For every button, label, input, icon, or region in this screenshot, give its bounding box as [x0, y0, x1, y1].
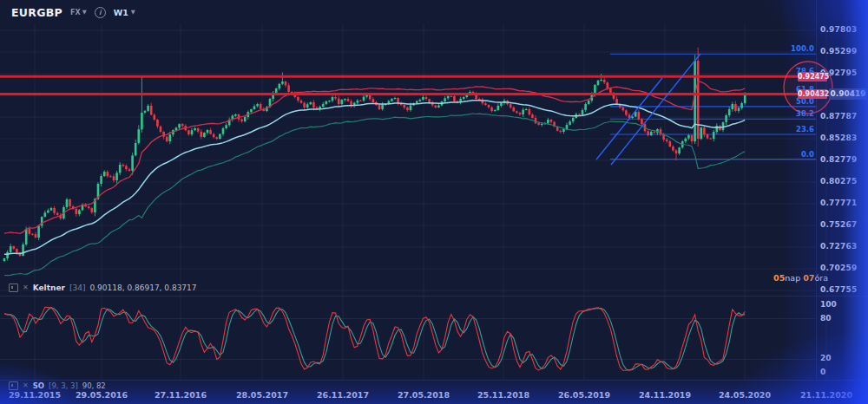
indicator-settings-icon[interactable] [9, 381, 18, 390]
stoch-axis-label[interactable]: 100 [820, 300, 837, 309]
info-icon[interactable]: i [95, 7, 106, 18]
date-axis-label[interactable]: 27.11.2016 [146, 390, 215, 400]
date-axis-label[interactable]: 27.05.2018 [389, 390, 458, 400]
price-alert-badge[interactable]: 0.92475 [798, 72, 827, 81]
date-axis-label[interactable]: 25.11.2018 [469, 390, 538, 400]
countdown-days-unit: nap [785, 273, 800, 283]
stoch-axis-label[interactable]: 80 [820, 314, 832, 323]
price-axis-label[interactable]: 0.67755 [820, 285, 857, 294]
trading-chart-app: EURGBP FX ▼ i W1 ▼ ✕ Keltner [34] 0.9011… [0, 0, 868, 404]
indicator-params: [9, 3, 3] [49, 381, 78, 390]
price-axis-label[interactable]: 0.75267 [820, 220, 857, 229]
indicator-name[interactable]: Keltner [33, 283, 65, 292]
fib-level-label: 0.0 [757, 150, 814, 159]
date-axis-label[interactable]: 28.05.2017 [227, 390, 297, 400]
current-price-tag: 0.90419 [829, 88, 867, 100]
price-axis-label[interactable]: 0.82779 [820, 155, 857, 164]
chart-header: EURGBP FX ▼ i W1 ▼ [11, 6, 135, 19]
price-axis-label[interactable]: 0.97803 [820, 25, 857, 34]
date-axis-label[interactable]: 21.11.2020 [792, 390, 861, 400]
fib-level-label: 38.2 [757, 109, 814, 118]
indicator-close-icon[interactable]: ✕ [23, 382, 29, 389]
indicator-close-icon[interactable]: ✕ [23, 284, 29, 291]
stoch-axis-label[interactable]: 20 [820, 354, 832, 362]
indicator-values: 90, 82 [82, 381, 106, 390]
price-axis-label[interactable]: 0.77771 [820, 199, 857, 207]
symbol-title[interactable]: EURGBP [11, 6, 62, 19]
keltner-lower-band [4, 114, 745, 276]
indicator-values: 0.90118, 0.86917, 0.83717 [89, 283, 196, 292]
stoch-axis-label[interactable]: 0 [820, 368, 825, 376]
price-axis-label[interactable]: 0.80275 [820, 177, 857, 186]
countdown-days: 05 [773, 273, 785, 283]
fib-level-label: 23.6 [757, 125, 814, 134]
timeframe-label: W1 [114, 8, 128, 17]
chevron-down-icon: ▼ [131, 10, 135, 16]
market-label: FX [70, 9, 81, 16]
date-axis-label[interactable]: 29.05.2016 [67, 390, 136, 400]
date-axis-label[interactable]: 24.05.2020 [710, 390, 779, 400]
price-alert-badge[interactable]: 0.90432 [798, 89, 827, 99]
price-axis-label[interactable]: 0.85283 [820, 134, 857, 142]
price-axis-label[interactable]: 0.87787 [820, 112, 857, 121]
date-axis-label[interactable]: 26.11.2017 [308, 390, 378, 400]
stochastic-k-line [4, 307, 745, 370]
countdown-hours: 07 [803, 273, 814, 283]
price-axis-label[interactable]: 0.95299 [820, 47, 857, 55]
chevron-down-icon: ▼ [82, 10, 87, 16]
stochastic-legend: ✕ SO [9, 3, 3] 90, 82 [9, 381, 106, 390]
keltner-legend: ✕ Keltner [34] 0.90118, 0.86917, 0.83717 [9, 283, 197, 292]
indicator-params: [34] [69, 283, 85, 292]
price-axis-label[interactable]: 0.72763 [820, 242, 857, 251]
indicator-settings-icon[interactable] [9, 283, 18, 292]
date-axis-label[interactable]: 24.11.2019 [630, 390, 700, 400]
timeframe-selector[interactable]: W1 ▼ [114, 8, 135, 17]
chart-canvas[interactable] [0, 0, 868, 404]
price-axis-label[interactable]: 0.70259 [820, 264, 857, 272]
fib-level-label: 100.0 [757, 44, 814, 53]
indicator-name[interactable]: SO [33, 381, 44, 390]
bar-countdown: 05nap 07óra [773, 273, 828, 283]
date-axis-label[interactable]: 26.05.2019 [549, 390, 619, 400]
market-selector[interactable]: FX ▼ [70, 9, 87, 16]
date-axis-label[interactable]: 29.11.2015 [0, 390, 69, 400]
countdown-hours-unit: óra [814, 273, 828, 283]
